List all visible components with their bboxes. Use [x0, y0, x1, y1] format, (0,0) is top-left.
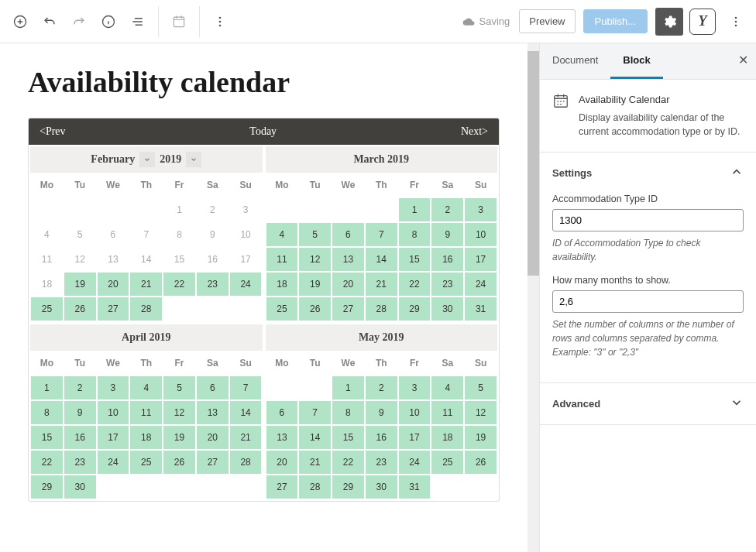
- day-cell[interactable]: 26: [64, 297, 96, 321]
- day-cell[interactable]: 28: [366, 297, 397, 321]
- day-cell[interactable]: 25: [130, 451, 162, 474]
- day-cell[interactable]: 21: [299, 451, 331, 474]
- day-cell[interactable]: 23: [366, 451, 397, 474]
- panel-settings-toggle[interactable]: Settings: [540, 153, 756, 194]
- settings-gear-button[interactable]: [655, 8, 683, 36]
- day-cell[interactable]: 13: [266, 426, 298, 449]
- day-cell[interactable]: 22: [399, 273, 431, 296]
- day-cell[interactable]: 15: [163, 248, 195, 271]
- day-cell[interactable]: 4: [266, 223, 298, 246]
- day-cell[interactable]: 4: [431, 376, 463, 399]
- day-cell[interactable]: 25: [266, 297, 298, 321]
- day-cell[interactable]: 11: [130, 401, 162, 424]
- day-cell[interactable]: 30: [431, 297, 463, 321]
- day-cell[interactable]: 14: [299, 426, 331, 449]
- top-more-button[interactable]: [722, 8, 750, 36]
- day-cell[interactable]: 17: [230, 248, 262, 271]
- editor-canvas[interactable]: Availability calendar <Prev Today Next> …: [0, 43, 527, 552]
- day-cell[interactable]: 18: [431, 426, 463, 449]
- day-cell[interactable]: 15: [399, 248, 431, 271]
- day-cell[interactable]: 27: [98, 297, 129, 321]
- day-cell[interactable]: 16: [64, 426, 96, 449]
- day-cell[interactable]: 28: [130, 297, 162, 321]
- day-cell[interactable]: 1: [163, 198, 195, 221]
- tab-document[interactable]: Document: [540, 43, 610, 79]
- day-cell[interactable]: 26: [465, 451, 497, 474]
- redo-button[interactable]: [65, 8, 93, 36]
- day-cell[interactable]: 24: [98, 451, 129, 474]
- day-cell[interactable]: 5: [299, 223, 331, 246]
- day-cell[interactable]: 14: [366, 248, 397, 271]
- cal-today[interactable]: Today: [249, 125, 277, 138]
- day-cell[interactable]: 5: [465, 376, 497, 399]
- day-cell[interactable]: 27: [332, 297, 364, 321]
- day-cell[interactable]: 2: [197, 198, 229, 221]
- day-cell[interactable]: 13: [197, 401, 229, 424]
- month-select[interactable]: February: [91, 153, 135, 166]
- day-cell[interactable]: 8: [163, 223, 195, 246]
- day-cell[interactable]: 26: [299, 297, 331, 321]
- calendar-toolbar-icon[interactable]: [165, 8, 193, 36]
- day-cell[interactable]: 9: [197, 223, 229, 246]
- day-cell[interactable]: 7: [299, 401, 331, 424]
- day-cell[interactable]: 4: [31, 223, 63, 246]
- day-cell[interactable]: 11: [31, 248, 63, 271]
- day-cell[interactable]: 13: [332, 248, 364, 271]
- day-cell[interactable]: 22: [31, 451, 63, 474]
- day-cell[interactable]: 23: [197, 273, 229, 296]
- day-cell[interactable]: 27: [266, 475, 298, 499]
- day-cell[interactable]: 3: [399, 376, 431, 399]
- day-cell[interactable]: 26: [163, 451, 195, 474]
- cal-prev[interactable]: <Prev: [40, 125, 66, 138]
- day-cell[interactable]: 6: [197, 376, 229, 399]
- day-cell[interactable]: 2: [431, 198, 463, 221]
- day-cell[interactable]: 17: [98, 426, 129, 449]
- day-cell[interactable]: 23: [64, 451, 96, 474]
- undo-button[interactable]: [36, 8, 64, 36]
- day-cell[interactable]: 16: [366, 426, 397, 449]
- day-cell[interactable]: 29: [399, 297, 431, 321]
- chevron-down-icon[interactable]: [139, 152, 155, 167]
- day-cell[interactable]: 21: [230, 426, 262, 449]
- day-cell[interactable]: 20: [266, 451, 298, 474]
- day-cell[interactable]: 9: [431, 223, 463, 246]
- day-cell[interactable]: 5: [163, 376, 195, 399]
- day-cell[interactable]: 15: [31, 426, 63, 449]
- yoast-button[interactable]: Y: [689, 9, 716, 35]
- day-cell[interactable]: 28: [299, 475, 331, 499]
- outline-button[interactable]: [124, 8, 152, 36]
- day-cell[interactable]: 4: [130, 376, 162, 399]
- add-block-button[interactable]: [6, 8, 34, 36]
- day-cell[interactable]: 7: [230, 376, 262, 399]
- day-cell[interactable]: 22: [332, 451, 364, 474]
- day-cell[interactable]: 19: [64, 273, 96, 296]
- day-cell[interactable]: 25: [31, 297, 63, 321]
- day-cell[interactable]: 6: [98, 223, 129, 246]
- post-title[interactable]: Availability calendar: [28, 65, 500, 99]
- day-cell[interactable]: 22: [163, 273, 195, 296]
- day-cell[interactable]: 10: [465, 223, 497, 246]
- day-cell[interactable]: 29: [332, 475, 364, 499]
- day-cell[interactable]: 31: [399, 475, 431, 499]
- day-cell[interactable]: 5: [64, 223, 96, 246]
- day-cell[interactable]: 30: [366, 475, 397, 499]
- day-cell[interactable]: 7: [130, 223, 162, 246]
- day-cell[interactable]: 2: [64, 376, 96, 399]
- day-cell[interactable]: 8: [399, 223, 431, 246]
- day-cell[interactable]: 8: [332, 401, 364, 424]
- day-cell[interactable]: 11: [431, 401, 463, 424]
- type-id-input[interactable]: [552, 209, 744, 231]
- day-cell[interactable]: 23: [431, 273, 463, 296]
- publish-button[interactable]: Publish...: [583, 9, 648, 33]
- day-cell[interactable]: 12: [299, 248, 331, 271]
- day-cell[interactable]: 10: [399, 401, 431, 424]
- day-cell[interactable]: 17: [399, 426, 431, 449]
- day-cell[interactable]: 6: [332, 223, 364, 246]
- day-cell[interactable]: 30: [64, 475, 96, 499]
- day-cell[interactable]: 1: [399, 198, 431, 221]
- day-cell[interactable]: 11: [266, 248, 298, 271]
- day-cell[interactable]: 28: [230, 451, 262, 474]
- day-cell[interactable]: 21: [130, 273, 162, 296]
- day-cell[interactable]: 12: [163, 401, 195, 424]
- day-cell[interactable]: 9: [366, 401, 397, 424]
